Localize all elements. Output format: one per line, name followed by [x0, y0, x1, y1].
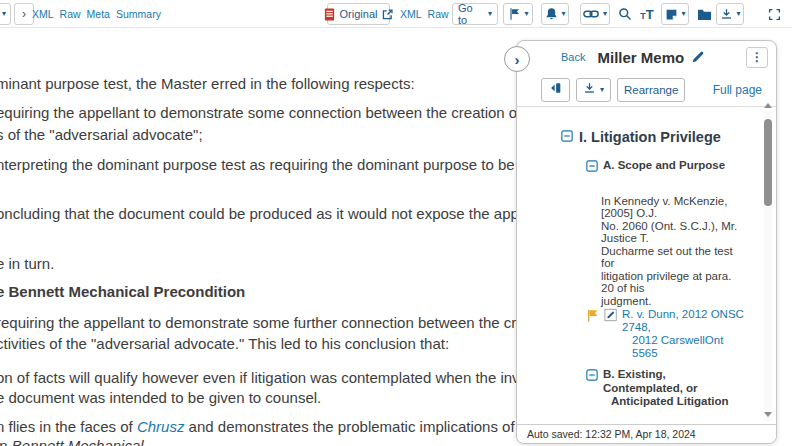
- document-text: minant purpose test, the Master erred in…: [0, 75, 415, 92]
- document-text: Bennett Mechanical.: [12, 437, 148, 446]
- dock-left-icon: [548, 81, 563, 99]
- dock-left-button[interactable]: [541, 78, 570, 102]
- memo-outline: I. Litigation PrivilegeA. Scope and Purp…: [517, 107, 776, 424]
- document-line: e Bennett Mechanical Precondition: [0, 283, 245, 300]
- outline-heading-text: A. Scope and Purpose: [603, 159, 725, 173]
- text-size-icon: TT: [640, 8, 653, 21]
- link-dropdown[interactable]: ▾: [580, 3, 610, 25]
- chevron-down-icon: ▾: [562, 10, 566, 18]
- document-line: equiring the appellant to demonstrate so…: [0, 104, 526, 121]
- flag-icon: [508, 7, 521, 21]
- text-size-button[interactable]: TT: [637, 3, 657, 25]
- outline-paragraph: In Kennedy v. McKenzie, [2005] O.J.No. 2…: [601, 195, 746, 308]
- document-text: e document was intended to be given to c…: [0, 389, 321, 406]
- document-text: e in turn.: [0, 255, 54, 272]
- document-line: minant purpose test, the Master erred in…: [0, 75, 415, 92]
- fullscreen-button[interactable]: [764, 3, 784, 25]
- folder-icon: [697, 8, 712, 21]
- document-line: on of facts will qualify however even if…: [0, 369, 526, 386]
- chevron-down-icon: ▾: [2, 10, 6, 18]
- outline-heading-text: B. Existing, Contemplated, orAnticipated…: [603, 368, 746, 409]
- chevron-down-icon: ▾: [603, 10, 607, 18]
- memo-options-button[interactable]: ⋮: [746, 47, 768, 68]
- prev-document-button[interactable]: ▾: [0, 3, 11, 25]
- bell-icon: [545, 7, 558, 21]
- auto-saved-status: Auto saved: 12:32 PM, Apr 18, 2024: [527, 428, 696, 440]
- collapse-section-icon[interactable]: [586, 160, 598, 172]
- alerts-dropdown[interactable]: ▾: [541, 3, 569, 25]
- memo-panel-header: Back Miller Memo ⋮: [517, 41, 776, 73]
- back-link[interactable]: Back: [561, 51, 585, 63]
- fullscreen-icon: [768, 8, 781, 21]
- chevron-down-icon: ▾: [682, 10, 686, 18]
- view-link-xml-2[interactable]: XML: [400, 8, 422, 20]
- outline-heading: I. Litigation Privilege: [561, 129, 746, 146]
- memo-title: Miller Memo: [597, 49, 684, 66]
- original-label: Original: [340, 8, 378, 20]
- download-icon: [583, 81, 596, 99]
- chevron-down-icon: ▾: [737, 10, 741, 18]
- document-text: requiring the appellant to demonstrate s…: [0, 314, 526, 331]
- note-icon: [665, 8, 678, 21]
- link-icon: [583, 8, 599, 20]
- document-line: n flies in the faces of Chrusz and demon…: [0, 418, 526, 435]
- outline-heading-text: I. Litigation Privilege: [579, 129, 721, 146]
- search-button[interactable]: [615, 3, 635, 25]
- note-edit-icon[interactable]: [604, 308, 618, 322]
- chrusz-link[interactable]: Chrusz: [137, 418, 185, 435]
- scrollbar-thumb[interactable]: [764, 119, 772, 206]
- flag-icon[interactable]: [586, 308, 600, 323]
- document-line: ctivities of the "adversarial advocate."…: [0, 335, 449, 352]
- goto-dropdown[interactable]: Go to ▾: [452, 3, 498, 25]
- document-text: oncluding that the document could be pro…: [0, 205, 526, 222]
- document-text: ctivities of the "adversarial advocate."…: [0, 335, 449, 352]
- document-text: e Bennett Mechanical Precondition: [0, 283, 245, 300]
- document-line: in Bennett Mechanical.: [0, 437, 148, 446]
- outline-heading: A. Scope and Purpose: [586, 159, 746, 173]
- flag-dropdown[interactable]: ▾: [503, 3, 533, 25]
- document-text: in: [0, 437, 12, 446]
- view-link-xml[interactable]: XML: [32, 8, 54, 20]
- external-link-icon: [381, 8, 394, 21]
- top-toolbar: ▾ › XML Raw Meta Summary Original XML Ra…: [0, 0, 792, 28]
- scroll-down-arrow[interactable]: [764, 412, 772, 417]
- document-text: n flies in the faces of: [0, 418, 137, 435]
- document-line: e in turn.: [0, 255, 54, 272]
- document-line: nterpreting the dominant purpose test as…: [0, 156, 526, 173]
- memo-scrollbar[interactable]: [764, 111, 772, 421]
- scroll-up-arrow[interactable]: [764, 103, 772, 108]
- document-line: s of the "adversarial advocate";: [0, 126, 203, 143]
- chevron-down-icon: ▾: [488, 10, 492, 18]
- document-text: s of the "adversarial advocate";: [0, 126, 203, 143]
- full-page-link[interactable]: Full page: [713, 83, 762, 97]
- next-document-button[interactable]: ›: [14, 3, 34, 25]
- document-line: e document was intended to be given to c…: [0, 389, 321, 406]
- original-document-button[interactable]: Original: [327, 3, 390, 25]
- outline-citation: R. v. Dunn, 2012 ONSC 2748,2012 Carswell…: [586, 308, 746, 360]
- left-view-links: XML Raw Meta Summary: [32, 8, 161, 20]
- document-text: and demonstrates the problematic implica…: [184, 418, 526, 435]
- collapse-section-icon[interactable]: [586, 369, 598, 381]
- chevron-down-icon: ▾: [525, 10, 529, 18]
- download-icon: [720, 8, 733, 21]
- search-icon: [618, 7, 632, 21]
- notes-dropdown[interactable]: ▾: [661, 3, 689, 25]
- folder-button[interactable]: [694, 3, 714, 25]
- view-link-meta[interactable]: Meta: [87, 8, 110, 20]
- pdf-icon: [323, 7, 336, 22]
- memo-footer: Auto saved: 12:32 PM, Apr 18, 2024: [517, 424, 776, 443]
- memo-panel-toolbar: ▾ Rearrange Full page: [517, 73, 776, 107]
- view-link-raw[interactable]: Raw: [60, 8, 81, 20]
- memo-panel: › Back Miller Memo ⋮ ▾ Rearrange Full pa…: [516, 40, 777, 444]
- collapse-section-icon[interactable]: [561, 130, 573, 142]
- document-text: on of facts will qualify however even if…: [0, 369, 526, 386]
- document-text: nterpreting the dominant purpose test as…: [0, 156, 526, 173]
- view-link-summary[interactable]: Summary: [116, 8, 161, 20]
- memo-download-dropdown[interactable]: ▾: [576, 78, 611, 102]
- citation-link[interactable]: R. v. Dunn, 2012 ONSC 2748,2012 Carswell…: [622, 308, 746, 360]
- edit-title-pencil-icon[interactable]: [691, 50, 705, 64]
- goto-label: Go to: [458, 2, 484, 26]
- rearrange-button[interactable]: Rearrange: [617, 78, 685, 102]
- view-link-raw-2[interactable]: Raw: [428, 8, 449, 20]
- download-dropdown[interactable]: ▾: [716, 3, 744, 25]
